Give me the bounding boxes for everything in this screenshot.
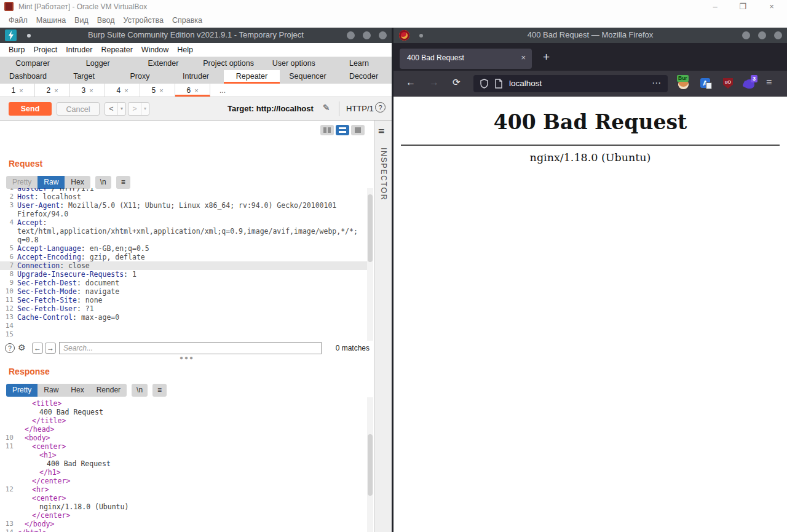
restore-button[interactable]: ❐ — [729, 0, 757, 14]
foxyproxy-extension-icon[interactable]: Bur — [677, 76, 690, 90]
repeater-tab-3[interactable]: 3× — [70, 84, 105, 97]
translate-extension-icon[interactable]: A — [699, 76, 713, 90]
repeater-tab-4[interactable]: 4× — [105, 84, 140, 97]
repeater-tab-1[interactable]: 1× — [0, 84, 35, 97]
tab-decoder[interactable]: Decoder — [336, 70, 392, 84]
view-tab-raw[interactable]: Raw — [38, 384, 65, 397]
window-button[interactable] — [774, 31, 782, 39]
firefox-titlebar[interactable]: 400 Bad Request — Mozilla Firefox — [394, 28, 787, 43]
newline-toggle-button[interactable]: \n — [95, 176, 111, 189]
response-scrollbar[interactable] — [367, 397, 373, 532]
tab-learn[interactable]: Learn — [326, 57, 392, 70]
code-line[interactable]: </center> — [0, 477, 367, 485]
http-version-label[interactable]: HTTP/1 — [346, 104, 374, 113]
code-line[interactable]: text/html,application/xhtml+xml,applicat… — [0, 227, 367, 236]
code-line[interactable]: 3User-Agent: Mozilla/5.0 (X11; Ubuntu; L… — [0, 201, 367, 210]
help-icon[interactable]: ? — [375, 102, 386, 113]
burp-menu-item-burp[interactable]: Burp — [9, 46, 25, 54]
search-input[interactable]: Search... — [59, 342, 322, 354]
forward-button[interactable]: → — [429, 77, 439, 88]
page-actions-icon[interactable]: ⋯ — [652, 77, 662, 89]
wappalyzer-extension-icon[interactable]: 3 — [743, 76, 757, 90]
tab-dashboard[interactable]: Dashboard — [0, 70, 56, 84]
inspector-label[interactable]: INSPECTOR — [379, 148, 388, 200]
burp-titlebar[interactable]: Burp Suite Community Edition v2021.9.1 -… — [0, 28, 392, 43]
code-line[interactable]: </title> — [0, 416, 367, 425]
code-line[interactable]: 9Sec-Fetch-Dest: document — [0, 279, 367, 287]
tab-close-icon[interactable]: × — [19, 87, 23, 94]
burp-menu-item-intruder[interactable]: Intruder — [66, 46, 92, 54]
request-scrollbar[interactable] — [367, 188, 373, 341]
code-line[interactable]: 400 Bad Request — [0, 408, 367, 416]
response-editor[interactable]: <title>400 Bad Request</title></head>10<… — [0, 397, 367, 532]
repeater-tab-6[interactable]: 6× — [175, 84, 210, 97]
close-button[interactable]: × — [757, 0, 786, 14]
forward-arrow-icon[interactable]: > — [129, 103, 141, 115]
tab-close-icon[interactable]: × — [89, 87, 93, 94]
code-line[interactable]: <center> — [0, 494, 367, 502]
edit-target-icon[interactable]: ✎ — [323, 103, 330, 113]
tab-target[interactable]: Target — [56, 70, 112, 84]
host-menu-item-справка[interactable]: Справка — [172, 16, 202, 25]
code-line[interactable]: 12<hr> — [0, 485, 367, 494]
hamburger-menu-icon[interactable]: ≡ — [766, 77, 772, 88]
tab-close-icon[interactable]: × — [124, 87, 128, 94]
code-line[interactable]: 14 — [0, 322, 367, 330]
tab-intruder[interactable]: Intruder — [168, 70, 224, 84]
newline-toggle-button[interactable]: \n — [132, 384, 148, 397]
code-line[interactable]: 11Sec-Fetch-Site: none — [0, 296, 367, 304]
tab-extender[interactable]: Extender — [130, 57, 196, 70]
dropdown-icon[interactable]: ▾ — [141, 103, 149, 115]
code-line[interactable]: 15 — [0, 330, 367, 339]
code-line[interactable]: 1austGET / HTTP/1.1 — [0, 188, 367, 193]
code-line[interactable]: 12Sec-Fetch-User: ?1 — [0, 304, 367, 313]
code-line[interactable]: 13</body> — [0, 520, 367, 528]
url-bar[interactable]: localhost ⋯ — [473, 75, 668, 92]
view-tab-pretty[interactable]: Pretty — [6, 176, 38, 189]
host-menu-item-устройства[interactable]: Устройства — [124, 16, 164, 25]
dropdown-icon[interactable]: ▾ — [117, 103, 125, 115]
repeater-tab-overflow[interactable]: ... — [210, 84, 235, 97]
window-button[interactable] — [363, 31, 371, 39]
inspector-sidebar[interactable]: ≡ INSPECTOR — [374, 121, 392, 532]
tab-proxy[interactable]: Proxy — [112, 70, 168, 84]
gear-icon[interactable]: ⚙ — [18, 343, 26, 352]
burp-menu-item-repeater[interactable]: Repeater — [101, 46, 132, 54]
code-line[interactable]: 14</html> — [0, 528, 367, 532]
burp-menu-item-window[interactable]: Window — [141, 46, 168, 54]
tab-close-icon[interactable]: × — [159, 87, 163, 94]
editor-menu-button[interactable]: ≡ — [152, 384, 167, 397]
code-line[interactable]: q=0.8 — [0, 236, 367, 244]
tab-project-options[interactable]: Project options — [196, 57, 261, 70]
code-line[interactable]: 400 Bad Request — [0, 459, 367, 468]
tracking-shield-icon[interactable] — [480, 79, 489, 91]
layout-single-button[interactable] — [351, 125, 365, 135]
code-line[interactable]: 13Cache-Control: max-age=0 — [0, 313, 367, 322]
code-line[interactable]: </center> — [0, 511, 367, 520]
host-menu-item-файл[interactable]: Файл — [9, 16, 28, 25]
minimize-button[interactable]: – — [701, 0, 729, 14]
code-line[interactable]: 10Sec-Fetch-Mode: navigate — [0, 287, 367, 296]
view-tab-hex[interactable]: Hex — [65, 384, 90, 397]
code-line[interactable]: 10<body> — [0, 434, 367, 442]
window-button[interactable] — [742, 31, 750, 39]
page-info-icon[interactable] — [494, 79, 503, 91]
host-menu-item-вид[interactable]: Вид — [74, 16, 89, 25]
back-button[interactable]: ← — [406, 77, 416, 88]
layout-columns-button[interactable] — [320, 125, 334, 135]
window-button[interactable] — [347, 31, 355, 39]
layout-rows-button[interactable] — [336, 125, 349, 135]
url-text[interactable]: localhost — [509, 79, 542, 88]
code-line[interactable]: 2Host: localhost — [0, 193, 367, 201]
burp-menu-item-project[interactable]: Project — [33, 46, 57, 54]
code-line[interactable]: Firefox/94.0 — [0, 210, 367, 218]
tab-close-icon[interactable]: × — [521, 53, 526, 62]
tab-comparer[interactable]: Comparer — [0, 57, 65, 70]
code-line[interactable]: 11<center> — [0, 442, 367, 451]
ublock-extension-icon[interactable]: uO — [721, 76, 735, 90]
inspector-toggle-icon[interactable]: ≡ — [378, 125, 385, 136]
send-button[interactable]: Send — [9, 102, 52, 116]
burp-menu-item-help[interactable]: Help — [177, 46, 193, 54]
view-tab-hex[interactable]: Hex — [65, 176, 90, 189]
code-line[interactable]: <h1> — [0, 451, 367, 459]
